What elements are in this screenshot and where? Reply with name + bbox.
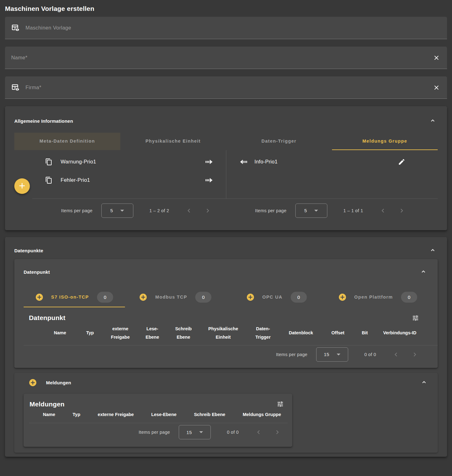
list-item-label: Warnung-Prio1 [61, 159, 96, 165]
meldungen-section-title: Meldungen [46, 380, 71, 385]
available-paginator: Items per page 5 1 – 2 of 2 [32, 199, 226, 222]
tab-meldungs-gruppe[interactable]: Meldungs Gruppe [332, 133, 438, 150]
name-field[interactable]: Name* [5, 47, 447, 69]
tab-label: Meldungs Gruppe [362, 139, 407, 144]
tab-meta-daten-definition[interactable]: Meta-Daten Definition [14, 133, 120, 150]
tab-open-plattform[interactable]: Open Plattform 0 [327, 287, 429, 307]
page-size-value: 5 [110, 208, 113, 213]
tab-label: Meta-Daten Definition [39, 139, 95, 144]
dropdown-caret-icon [199, 431, 203, 433]
move-right-icon[interactable] [205, 176, 213, 184]
meldungs-gruppe-lists: Warnung-Prio1 Fehler-Prio1 [14, 150, 438, 199]
tab-label: OPC UA [262, 295, 283, 300]
tab-label: Daten-Trigger [261, 139, 296, 144]
tab-physikalische-einheit[interactable]: Physikalische Einheit [120, 133, 226, 150]
column-header: Schreib Ebene [194, 410, 225, 419]
meldungen-section: Meldungen Meldungen Name Typ [14, 373, 438, 453]
name-field-label: Name* [11, 55, 27, 61]
collapse-datenpunkte-button[interactable] [429, 246, 436, 255]
collapse-general-button[interactable] [429, 117, 436, 125]
plus-icon [18, 182, 26, 191]
meldungen-paginator: Items per page 15 0 of 0 [24, 423, 292, 441]
dropdown-caret-icon [120, 210, 124, 212]
add-modbus-datapoint-icon[interactable] [139, 293, 147, 301]
page-size-value: 15 [324, 352, 329, 357]
tab-s7-iso-on-tcp[interactable]: S7 ISO-on-TCP 0 [24, 287, 125, 307]
clear-firma-icon[interactable] [433, 84, 440, 91]
datenpunkte-panel: Datenpunkte Datenpunkt [5, 237, 447, 457]
page-size-select[interactable]: 15 [316, 347, 348, 362]
move-right-icon[interactable] [205, 158, 213, 166]
column-header: Name [43, 410, 55, 419]
next-page-button[interactable] [398, 207, 405, 214]
move-left-icon[interactable] [240, 158, 248, 166]
column-header: Name [49, 329, 71, 337]
column-filter-icon[interactable] [412, 314, 419, 322]
tab-daten-trigger[interactable]: Daten-Trigger [226, 133, 332, 150]
list-item: Warnung-Prio1 [14, 153, 226, 171]
tab-opc-ua[interactable]: OPC UA 0 [226, 287, 327, 307]
previous-page-button[interactable] [379, 207, 387, 214]
page-size-select[interactable]: 5 [101, 204, 133, 218]
column-filter-icon[interactable] [277, 400, 284, 408]
dropdown-caret-icon [314, 210, 318, 212]
count-badge: 0 [97, 292, 113, 303]
datenpunkt-paginator: Items per page 15 0 of 0 [14, 346, 438, 364]
meldungen-table-header: Name Typ externe Freigabe Lese-Ebene Sch… [24, 409, 292, 423]
chevron-up-icon [420, 378, 428, 387]
copy-icon[interactable] [45, 176, 53, 184]
firma-field[interactable]: Firma* [5, 76, 447, 99]
previous-page-button[interactable] [392, 351, 400, 358]
machine-template-field[interactable]: Maschinen Vorlage [5, 17, 447, 39]
chevron-up-icon [429, 117, 436, 125]
column-header: Lese-Ebene [144, 325, 161, 341]
clear-name-icon[interactable] [433, 54, 440, 62]
page-size-select[interactable]: 15 [179, 425, 211, 439]
column-header: Typ [83, 329, 97, 337]
add-s7-datapoint-icon[interactable] [35, 293, 43, 301]
collapse-datenpunkt-button[interactable] [420, 268, 427, 276]
add-meldungs-gruppe-fab[interactable] [14, 178, 30, 194]
tab-label: S7 ISO-on-TCP [51, 295, 89, 300]
firma-field-label: Firma* [25, 85, 41, 90]
available-list: Warnung-Prio1 Fehler-Prio1 [14, 150, 226, 199]
tab-label: Modbus TCP [155, 295, 187, 300]
add-opcua-datapoint-icon[interactable] [247, 293, 254, 301]
protocol-tab-bar: S7 ISO-on-TCP 0 Modbus TCP 0 OPC UA 0 [24, 287, 428, 307]
dropdown-caret-icon [337, 354, 340, 355]
next-page-button[interactable] [411, 351, 418, 358]
list-item-label: Fehler-Prio1 [61, 177, 90, 183]
general-information-title: Allgemeine Informationen [14, 118, 73, 124]
next-page-button[interactable] [274, 428, 281, 436]
items-per-page-label: Items per page [255, 208, 287, 213]
edit-pencil-icon[interactable] [398, 158, 405, 166]
table-eye-icon [11, 83, 20, 92]
chevron-up-icon [429, 246, 436, 255]
add-openplattform-datapoint-icon[interactable] [339, 293, 346, 301]
copy-icon[interactable] [45, 158, 53, 166]
create-machine-template-page: Maschinen Vorlage erstellen Maschinen Vo… [0, 0, 452, 459]
items-per-page-label: Items per page [139, 430, 170, 435]
datenpunkt-card-title: Datenpunkt [24, 269, 50, 275]
page-size-select[interactable]: 5 [295, 204, 327, 218]
meldungen-table-title: Meldungen [30, 400, 65, 408]
list-item: Info-Prio1 [226, 153, 438, 171]
count-badge: 0 [195, 292, 211, 303]
collapse-meldungen-button[interactable] [420, 378, 428, 387]
items-per-page-label: Items per page [61, 208, 93, 213]
column-header: Offset [329, 329, 347, 337]
column-header: externe Freigabe [109, 325, 131, 341]
previous-page-button[interactable] [255, 428, 262, 436]
datenpunkt-card: Datenpunkt S7 ISO-on-TCP 0 [14, 259, 438, 368]
previous-page-button[interactable] [185, 207, 193, 214]
tab-modbus-tcp[interactable]: Modbus TCP 0 [125, 287, 226, 307]
chevron-up-icon [420, 268, 427, 276]
page-size-value: 15 [187, 430, 192, 435]
next-page-button[interactable] [204, 207, 211, 214]
column-header: Bit [359, 329, 370, 337]
tab-label: Open Plattform [354, 295, 393, 300]
column-header: Meldungs Gruppe [243, 410, 281, 419]
range-label: 1 – 1 of 1 [344, 208, 363, 213]
general-information-panel: Allgemeine Informationen Meta-Daten Defi… [5, 106, 447, 230]
add-meldung-icon[interactable] [29, 379, 37, 387]
